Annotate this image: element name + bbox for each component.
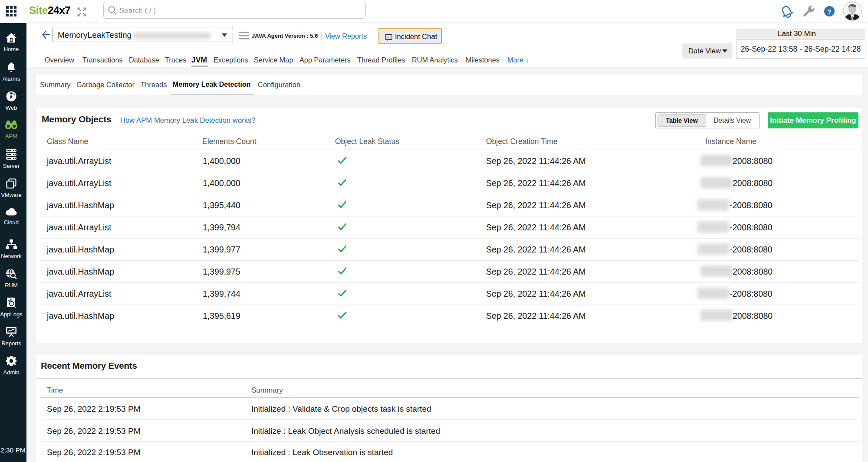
svg-text:?: ? <box>827 8 831 15</box>
